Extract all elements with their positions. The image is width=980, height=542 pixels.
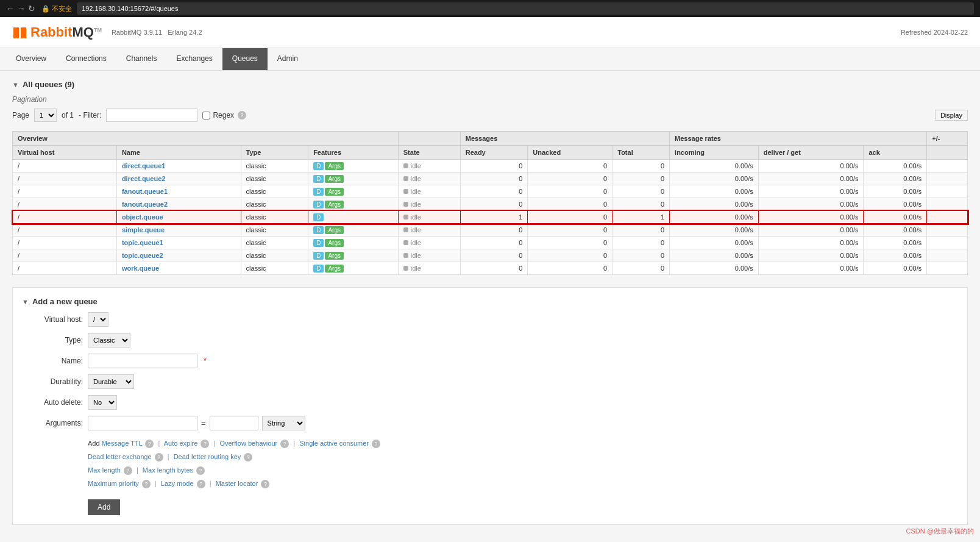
- badge-args[interactable]: Args: [325, 162, 344, 170]
- lm-help[interactable]: ?: [197, 480, 205, 488]
- cell-total: 0: [612, 237, 670, 249]
- badge-d[interactable]: D: [313, 252, 324, 260]
- nav-overview[interactable]: Overview: [6, 48, 56, 70]
- helper-max-priority[interactable]: Maximum priority: [88, 480, 139, 487]
- name-input[interactable]: [88, 354, 197, 368]
- args-type-select[interactable]: String Number Boolean: [262, 416, 305, 430]
- cell-name[interactable]: fanout.queue2: [116, 198, 241, 211]
- mlo-help[interactable]: ?: [261, 480, 269, 488]
- auto-expire-help[interactable]: ?: [201, 440, 209, 448]
- badge-args[interactable]: Args: [325, 226, 344, 234]
- cell-features: DArgs: [308, 185, 399, 198]
- table-row[interactable]: /simple.queueclassicDArgsidle0000.00/s0.…: [13, 224, 968, 237]
- th-total: Total: [612, 146, 670, 160]
- cell-name[interactable]: fanout.queue1: [116, 185, 241, 198]
- nav-connections[interactable]: Connections: [56, 48, 116, 70]
- display-button[interactable]: Display: [935, 110, 968, 121]
- sac-help[interactable]: ?: [372, 440, 380, 448]
- cell-total: 0: [612, 224, 670, 237]
- helper-auto-expire[interactable]: Auto expire: [164, 440, 198, 447]
- helper-overflow-behaviour[interactable]: Overflow behaviour: [219, 440, 277, 447]
- badge-d[interactable]: D: [313, 201, 324, 209]
- cell-ready: 0: [460, 224, 528, 237]
- nav-exchanges[interactable]: Exchanges: [166, 48, 222, 70]
- table-row[interactable]: /topic.queue1classicDArgsidle0000.00/s0.…: [13, 237, 968, 249]
- message-ttl-help[interactable]: ?: [145, 440, 154, 448]
- badge-args[interactable]: Args: [325, 252, 344, 260]
- helper-max-length-bytes[interactable]: Max length bytes: [143, 466, 193, 474]
- cell-name[interactable]: direct.queue1: [116, 160, 241, 173]
- arguments-label: Arguments:: [22, 419, 83, 427]
- helper-dead-letter-routing-key[interactable]: Dead letter routing key: [174, 453, 241, 460]
- ml-help[interactable]: ?: [124, 466, 132, 475]
- table-row[interactable]: /fanout.queue2classicDArgsidle0000.00/s0…: [13, 198, 968, 211]
- badge-d[interactable]: D: [313, 162, 324, 170]
- helper-master-locator[interactable]: Master locator: [216, 480, 258, 487]
- badge-d[interactable]: D: [313, 226, 324, 234]
- add-queue-button[interactable]: Add: [88, 499, 120, 515]
- cell-name[interactable]: simple.queue: [116, 224, 241, 237]
- table-row[interactable]: /object.queueclassicDidle1010.00/s0.00/s…: [13, 211, 968, 224]
- cell-deliver: 0.00/s: [758, 160, 864, 173]
- helper-message-ttl[interactable]: Message TTL: [102, 440, 143, 447]
- badge-d[interactable]: D: [313, 265, 324, 273]
- cell-action: [927, 249, 968, 262]
- dlrk-help[interactable]: ?: [244, 453, 252, 462]
- table-row[interactable]: /fanout.queue1classicDArgsidle0000.00/s0…: [13, 185, 968, 198]
- badge-d[interactable]: D: [313, 188, 324, 196]
- table-row[interactable]: /direct.queue1classicDArgsidle0000.00/s0…: [13, 160, 968, 173]
- helper-dead-letter-exchange[interactable]: Dead letter exchange: [88, 453, 152, 460]
- page-select[interactable]: 1: [34, 109, 57, 122]
- badge-args[interactable]: Args: [325, 265, 344, 273]
- badge-args[interactable]: Args: [325, 188, 344, 196]
- regex-help[interactable]: ?: [238, 111, 246, 119]
- badge-d[interactable]: D: [313, 175, 324, 183]
- cell-name[interactable]: work.queue: [116, 262, 241, 275]
- badge-d[interactable]: D: [313, 239, 324, 247]
- cell-features: DArgs: [308, 160, 399, 173]
- cell-unacked: 0: [528, 185, 612, 198]
- add-queue-section: ▼ Add a new queue Virtual host: / Type: …: [12, 287, 968, 525]
- add-queue-toggle[interactable]: ▼: [22, 298, 29, 305]
- helper-single-active-consumer[interactable]: Single active consumer: [299, 440, 369, 447]
- watermark: CSDN @做最幸福的的: [906, 527, 974, 536]
- cell-name[interactable]: topic.queue1: [116, 237, 241, 249]
- nav-admin[interactable]: Admin: [268, 48, 308, 70]
- table-row[interactable]: /topic.queue2classicDArgsidle0000.00/s0.…: [13, 249, 968, 262]
- overflow-help[interactable]: ?: [280, 440, 289, 448]
- nav-channels[interactable]: Channels: [116, 48, 167, 70]
- refresh-info: Refreshed 2024-02-22: [901, 29, 968, 36]
- badge-d[interactable]: D: [313, 213, 324, 221]
- cell-name[interactable]: object.queue: [116, 211, 241, 224]
- th-plus-minus[interactable]: +/-: [927, 132, 968, 146]
- version-info: RabbitMQ 3.9.11 Erlang 24.2: [112, 29, 202, 36]
- all-queues-toggle[interactable]: ▼: [12, 81, 19, 88]
- durability-select[interactable]: Durable Transient: [88, 374, 134, 389]
- equals-sign: =: [201, 419, 206, 428]
- helper-max-length[interactable]: Max length: [88, 466, 121, 474]
- forward-btn[interactable]: →: [17, 4, 26, 13]
- refresh-btn[interactable]: ↻: [28, 4, 35, 13]
- badge-args[interactable]: Args: [325, 175, 344, 183]
- mlb-help[interactable]: ?: [196, 466, 205, 475]
- back-btn[interactable]: ←: [6, 4, 15, 13]
- table-row[interactable]: /work.queueclassicDArgsidle0000.00/s0.00…: [13, 262, 968, 275]
- type-select[interactable]: Classic Quorum: [88, 333, 130, 348]
- badge-args[interactable]: Args: [325, 201, 344, 209]
- filter-input[interactable]: [106, 109, 197, 122]
- dle-help[interactable]: ?: [155, 453, 163, 462]
- badge-args[interactable]: Args: [325, 239, 344, 247]
- helper-lazy-mode[interactable]: Lazy mode: [161, 480, 194, 487]
- cell-name[interactable]: topic.queue2: [116, 249, 241, 262]
- cell-name[interactable]: direct.queue2: [116, 173, 241, 185]
- auto-delete-select[interactable]: No Yes: [88, 395, 117, 410]
- table-row[interactable]: /direct.queue2classicDArgsidle0000.00/s0…: [13, 173, 968, 185]
- args-value-input[interactable]: [210, 416, 258, 430]
- mp-help[interactable]: ?: [142, 480, 151, 488]
- name-label: Name:: [22, 357, 83, 365]
- nav-queues[interactable]: Queues: [222, 48, 268, 70]
- virtual-host-select[interactable]: /: [88, 312, 108, 327]
- regex-checkbox[interactable]: [202, 112, 210, 119]
- args-key-input[interactable]: [88, 416, 197, 430]
- url-bar[interactable]: [77, 2, 974, 15]
